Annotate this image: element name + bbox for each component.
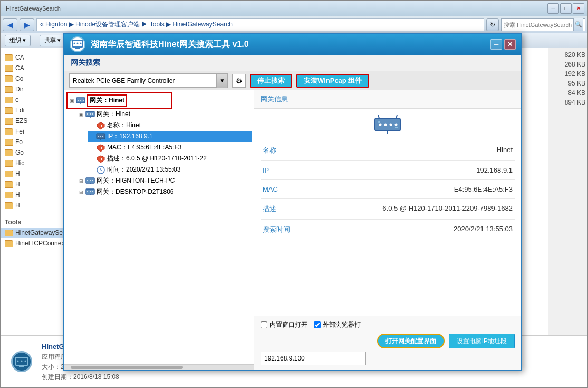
list-item[interactable]: e — [1, 94, 63, 105]
svg-point-4 — [77, 43, 79, 44]
svg-point-30 — [90, 180, 91, 181]
shield-icon: H — [96, 121, 105, 130]
list-item-hinetgatewaysearch[interactable]: HinetGatewaySearch — [1, 228, 63, 238]
tree-panel: ▣ 网关：Hinet — [64, 90, 254, 370]
label-time: 搜索时间 — [263, 225, 294, 234]
list-item[interactable]: CA — [1, 63, 63, 73]
list-item-hinettcpconnecttest[interactable]: HinetTCPConnectTest — [1, 238, 63, 249]
app-close-button[interactable]: ✕ — [504, 39, 516, 50]
label-mac: MAC — [263, 185, 294, 193]
item-ip-label: IP：192.168.9.1 — [107, 132, 153, 141]
child-root-label: 网关：Hinet — [97, 110, 130, 119]
list-item[interactable]: H — [1, 168, 63, 179]
expand-hignton[interactable]: ⊞ — [77, 177, 85, 185]
app-logo — [70, 36, 85, 52]
file-size-1: 820 KB — [548, 50, 587, 60]
list-item[interactable]: H — [1, 190, 63, 200]
folder-icon — [5, 107, 13, 114]
list-item[interactable]: Hic — [1, 158, 63, 168]
minimize-button[interactable]: ─ — [547, 3, 559, 14]
file-size-5: 84 KB — [548, 88, 587, 98]
back-button[interactable]: ◀ — [3, 18, 17, 31]
svg-point-35 — [90, 191, 91, 192]
expand-icon[interactable]: ▣ — [68, 97, 76, 105]
svg-point-42 — [395, 124, 398, 126]
tree-item-ip[interactable]: IP：192.168.9.1 — [88, 131, 252, 142]
folder-icon — [5, 202, 13, 209]
item-name-label: 名称：Hinet — [107, 121, 141, 130]
value-time: 2020/2/21 13:55:03 — [294, 225, 513, 233]
list-item[interactable]: H — [1, 200, 63, 211]
exe-created: 创建日期：2016/8/18 15:08 — [42, 373, 213, 382]
svg-point-19 — [98, 136, 99, 137]
list-item[interactable]: CA — [1, 52, 63, 63]
set-ip-button[interactable]: 设置电脑IP地址段 — [449, 334, 515, 348]
refresh-button[interactable]: ↻ — [486, 18, 499, 31]
folder-icon — [5, 97, 13, 103]
search-input[interactable] — [504, 22, 573, 28]
install-winpcap-button[interactable]: 安装WinPcap 组件 — [296, 74, 369, 88]
info-row-mac: MAC E4:95:6E:4E:A5:F3 — [261, 180, 515, 199]
address-path[interactable]: « Hignton ▶ Hinode设备管理客户端 ▶ Tools ▶ Hine… — [36, 18, 484, 31]
open-gateway-button[interactable]: 打开网关配置界面 — [377, 334, 445, 348]
title-bar: HinetGatewaySearch ─ □ ✕ — [1, 1, 587, 16]
svg-point-8 — [78, 100, 79, 101]
tree-item-hignton[interactable]: ⊞ 网关：HIGNTON-TECH-PC — [77, 175, 252, 186]
spacer-mac — [88, 144, 96, 152]
exe-icon — [9, 349, 34, 374]
file-size-6: 894 KB — [548, 98, 587, 107]
spacer-time — [88, 166, 96, 174]
forward-button[interactable]: ▶ — [20, 18, 34, 31]
search-icon-button[interactable]: 🔍 — [573, 18, 583, 31]
tree-scrollbar[interactable] — [71, 366, 183, 369]
section-title: 网关搜索 — [64, 55, 521, 71]
list-item[interactable]: Fo — [1, 137, 63, 147]
tree-item-desktop[interactable]: ⊞ 网关：DESKTOP-D2T1806 — [77, 186, 252, 197]
settings-button[interactable]: ⚙ — [232, 74, 246, 88]
organize-button[interactable]: 组织 ▾ — [5, 35, 31, 46]
tree-child-root-row[interactable]: ▣ 网关：Hinet — [77, 109, 252, 120]
shield-icon-mac: H — [96, 144, 105, 152]
svg-point-51 — [21, 361, 23, 362]
checkbox-internal[interactable] — [261, 321, 267, 328]
app-minimize-button[interactable]: ─ — [490, 39, 502, 50]
maximize-button[interactable]: □ — [560, 3, 572, 14]
svg-point-34 — [87, 191, 88, 192]
spacer — [88, 121, 96, 130]
checkbox-external[interactable] — [314, 321, 321, 328]
expand-desktop[interactable]: ⊞ — [77, 188, 85, 196]
folder-icon — [5, 75, 13, 82]
app-toolbar: Realtek PCIe GBE Family Controller ▼ ⚙ 停… — [64, 71, 521, 90]
list-item[interactable]: Edi — [1, 105, 63, 116]
list-item[interactable]: EZS — [1, 116, 63, 126]
svg-point-41 — [390, 124, 392, 126]
tree-item-name[interactable]: H 名称：Hinet — [88, 120, 252, 131]
svg-point-14 — [90, 113, 91, 115]
checkbox-external-label[interactable]: 外部浏览器打 — [314, 320, 361, 329]
gateway-icon-hignton — [85, 177, 95, 185]
checkbox-internal-label[interactable]: 内置窗口打开 — [261, 320, 307, 329]
list-item[interactable]: Go — [1, 147, 63, 158]
share-button[interactable]: 共享 ▾ — [40, 35, 65, 46]
expand-icon-child[interactable]: ▣ — [77, 110, 85, 119]
file-size-4: 95 KB — [548, 79, 587, 88]
svg-point-13 — [87, 113, 88, 115]
list-item[interactable]: Co — [1, 73, 63, 84]
tree-item-desc[interactable]: H 描述：6.0.5 @ H120-1710-2011-22 — [88, 153, 252, 164]
svg-point-10 — [83, 100, 84, 101]
tree-item-time[interactable]: 时间：2020/2/21 13:55:03 — [88, 164, 252, 175]
close-button[interactable]: ✕ — [573, 3, 584, 14]
tree-item-mac[interactable]: H MAC：E4:95:6E:4E:A5:F3 — [88, 142, 252, 153]
ip-input-field[interactable] — [261, 352, 366, 365]
spacer-ip — [88, 133, 96, 141]
list-item[interactable]: Fei — [1, 126, 63, 137]
list-item[interactable]: H — [1, 179, 63, 190]
list-item[interactable]: Dir — [1, 84, 63, 94]
left-tree: CA CA Co Dir e Edi EZS — [1, 50, 63, 251]
nic-dropdown-arrow[interactable]: ▼ — [217, 74, 227, 88]
svg-point-52 — [25, 361, 26, 362]
tree-root-row[interactable]: ▣ 网关：Hinet — [66, 92, 172, 109]
app-logo-svg — [72, 40, 83, 49]
folder-icon — [5, 65, 13, 72]
stop-search-button[interactable]: 停止搜索 — [250, 74, 292, 88]
